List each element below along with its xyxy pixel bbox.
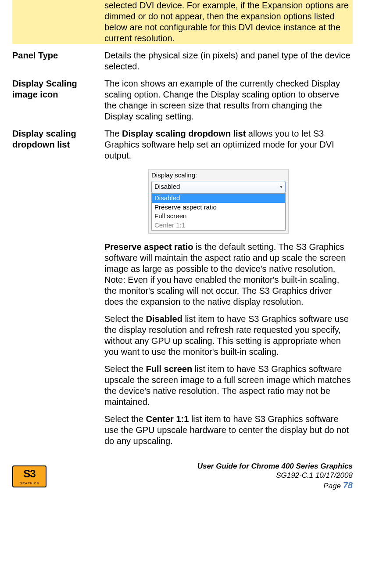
footer-page: Page 78 — [197, 480, 353, 491]
desc-panel-type: Details the physical size (in pixels) an… — [104, 50, 353, 72]
term-scaling-icon: Display Scaling image icon — [12, 79, 77, 99]
dropdown-item-disabled[interactable]: Disabled — [152, 194, 285, 203]
term-scaling-list: Display scaling dropdown list — [12, 129, 76, 149]
desc-scaling-icon: The icon shows an example of the current… — [104, 78, 353, 122]
note-text: selected DVI device. For example, if the… — [104, 0, 353, 44]
dropdown-item-fullscreen[interactable]: Full screen — [152, 212, 285, 221]
row-scaling-icon: Display Scaling image icon The icon show… — [12, 78, 353, 122]
preserve-para: Preserve aspect ratio is the default set… — [104, 242, 353, 274]
dropdown-list: Disabled Preserve aspect ratio Full scre… — [151, 193, 286, 231]
disabled-para: Select the Disabled list item to have S3… — [104, 314, 353, 357]
dropdown-item-preserve[interactable]: Preserve aspect ratio — [152, 203, 285, 212]
term-panel-type: Panel Type — [12, 51, 58, 60]
preserve-note: Note: Even if you have enabled the monit… — [104, 274, 353, 307]
scaling-intro: The Display scaling dropdown list allows… — [104, 128, 353, 161]
dropdown-selected: Disabled — [154, 183, 180, 191]
s3-logo: S3 GRAPHICS — [12, 465, 47, 487]
display-scaling-figure: Display scaling: Disabled ▾ Disabled Pre… — [148, 169, 289, 234]
dropdown-box[interactable]: Disabled ▾ — [151, 181, 286, 193]
fullscreen-para: Select the Full screen list item to have… — [104, 364, 353, 408]
center-para: Select the Center 1:1 list item to have … — [104, 414, 353, 447]
footer-title: User Guide for Chrome 400 Series Graphic… — [197, 462, 353, 471]
dropdown-item-center[interactable]: Center 1:1 — [152, 221, 285, 230]
footer-docinfo: SG192-C.1 10/17/2008 — [197, 471, 353, 480]
chevron-down-icon: ▾ — [280, 184, 283, 190]
row-scaling-list: Display scaling dropdown list The Displa… — [12, 128, 353, 447]
page-footer: S3 GRAPHICS User Guide for Chrome 400 Se… — [0, 459, 365, 496]
row-panel-type: Panel Type Details the physical size (in… — [12, 50, 353, 72]
note-row: selected DVI device. For example, if the… — [12, 0, 353, 44]
dropdown-label: Display scaling: — [151, 171, 286, 180]
definitions-table: selected DVI device. For example, if the… — [12, 0, 353, 447]
